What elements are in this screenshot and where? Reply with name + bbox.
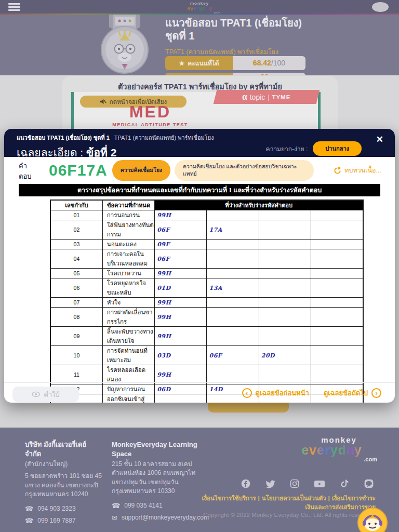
twitter-icon[interactable] — [265, 478, 275, 489]
email-icon: ✉ — [112, 513, 117, 523]
modal-exam-subtitle: TPAT1 (ความถนัดแพทย์) พาร์ทเชื่อมโยง — [114, 135, 214, 141]
row-text: การเจาะคอในบริเวณหลอดลม — [102, 249, 154, 269]
difficulty-badge: ปานกลาง — [313, 141, 362, 156]
table-caption: ตารางสรุปข้อความที่กำหนดและเลขที่กำกับบท… — [19, 184, 380, 196]
score-stat: ★ คะแนนที่ได้ 68.42/100 — [165, 56, 305, 70]
answer-cell: 06F — [155, 220, 207, 240]
footer: บริษัท มังกี้เอเวอรี่เดย์ จำกัด (สำนักงา… — [0, 428, 399, 532]
answer-cell — [259, 249, 311, 269]
table-row: 08 การผ่าตัดเลื่อนขากรรไกร 99H — [50, 308, 363, 327]
learning-space-address: 215 ชั้น 10 อาคารสยาม สเคป ตำแหน่งห้อง 1… — [112, 460, 199, 496]
answer-cell — [311, 298, 363, 308]
review-content-link[interactable]: ทบทวนเนื้อ... — [334, 165, 381, 176]
row-number: 01 — [50, 210, 102, 220]
app-logo[interactable]: monkey everyday .com — [179, 2, 220, 15]
answer-cell: 99H — [155, 327, 207, 346]
answer-value: 06F17A — [49, 162, 108, 179]
answer-cell — [311, 249, 363, 269]
learning-space-name: MonkeyEveryday Learning Space — [112, 440, 199, 458]
answer-cell — [259, 278, 311, 298]
privacy-link[interactable]: นโยบายความเป็นส่วนตัว — [262, 495, 326, 501]
email-link[interactable]: ✉ support@monkeyeveryday.com — [112, 513, 199, 523]
row-text: โรคหลอดเลือดสมอง — [102, 365, 154, 384]
table-row: 07 หัวใจ 99H — [50, 298, 363, 308]
row-number: 04 — [50, 249, 102, 269]
terms-link[interactable]: เงื่อนไขการใช้บริการ — [202, 495, 256, 501]
phone-link[interactable]: ☎ 099 169 7887 — [25, 516, 104, 526]
answer-table: เลขกำกับ ข้อความที่กำหนด ที่ว่างสำหรับร่… — [50, 200, 364, 403]
answer-cell — [311, 240, 363, 249]
footer-links: เงื่อนไขการใช้บริการ|นโยบายความเป็นส่วนต… — [194, 494, 376, 512]
course-section: ตัวอย่างคอร์ส TPAT1 พาร์ทเชื่อมโยง by คร… — [0, 75, 399, 129]
phone-icon: ☎ — [25, 504, 33, 514]
answer-cell: 99H — [155, 365, 207, 384]
answer-cell: 99H — [155, 269, 207, 278]
answer-cell: 99H — [155, 298, 207, 308]
phone-link[interactable]: ☎ 099 035 4141 — [112, 501, 199, 511]
tiktok-icon[interactable] — [339, 478, 350, 489]
answer-detail-modal: แนวข้อสอบ TPAT1 (เชื่อมโยง) ชุดที่ 1 TPA… — [4, 129, 395, 403]
instagram-icon[interactable] — [289, 478, 300, 489]
medal-icon — [100, 15, 150, 75]
menu-icon[interactable] — [8, 3, 20, 12]
answer-cell — [207, 249, 259, 269]
line-icon[interactable] — [364, 478, 374, 489]
answer-cell: 06F — [207, 346, 259, 365]
answer-cell — [259, 220, 311, 240]
row-text: โรคหยุดหายใจขณะหลับ — [102, 278, 154, 298]
exam-subtitle: TPAT1 (ความถนัดแพทย์) พาร์ทเชื่อมโยง — [165, 47, 278, 57]
row-text: โรคเบาหวาน — [102, 269, 154, 278]
answer-cell — [259, 210, 311, 220]
difficulty-label: ความยาก-ง่าย : — [266, 144, 308, 154]
row-text: การนอนกรน — [102, 210, 154, 220]
company-name: บริษัท มังกี้เอเวอรี่เดย์ จำกัด — [25, 440, 104, 458]
answer-cell: 06F — [155, 249, 207, 269]
phone-link[interactable]: ☎ 094 903 2323 — [25, 504, 104, 514]
avatar[interactable] — [372, 2, 389, 12]
answer-cell — [207, 240, 259, 249]
logo-word-everyday: everyday — [179, 6, 220, 11]
answer-cell: 01D — [155, 278, 207, 298]
alpha-logo: α — [242, 92, 247, 102]
facebook-icon[interactable] — [241, 478, 251, 489]
app-header: monkey everyday .com — [0, 0, 399, 14]
row-number: 05 — [50, 269, 102, 278]
prev-answer-button[interactable]: ‹ ดูเฉลยข้อก่อนหน้า — [242, 388, 309, 398]
row-text: หัวใจ — [102, 298, 154, 308]
table-row: 06 โรคหยุดหายใจขณะหลับ 01D 13A — [50, 278, 363, 298]
footer-logo: monkey everyday .com — [286, 436, 377, 462]
answer-cell — [207, 327, 259, 346]
chat-support-button[interactable] — [357, 508, 388, 532]
row-text: การจัดท่านอนที่เหมาะสม — [102, 346, 154, 365]
copyright: Copyright © 2022 Monkey Everyday Co., Lt… — [195, 511, 374, 519]
answer-cell — [259, 308, 311, 327]
modal-header: แนวข้อสอบ TPAT1 (เชื่อมโยง) ชุดที่ 1 TPA… — [4, 129, 395, 157]
next-answer-button[interactable]: ดูเฉลยข้อถัดไป › — [324, 388, 381, 398]
row-text: ปัญหาการนอน — [102, 384, 154, 394]
answer-cell — [311, 346, 363, 365]
close-icon[interactable]: ✕ — [376, 135, 383, 144]
answer-cell: 06D — [155, 384, 207, 394]
row-number: 09 — [50, 327, 102, 346]
med-logo: MED MEDICAL ADTITUDE TEST — [96, 103, 205, 127]
answer-cell — [259, 298, 311, 308]
star-icon: ★ — [179, 60, 184, 67]
hint-button[interactable]: คำใบ้ — [12, 387, 79, 402]
answer-cell: 05A — [155, 394, 207, 403]
table-row: 01 การนอนกรน 99H — [50, 210, 363, 220]
row-number: 07 — [50, 298, 102, 308]
answer-cell: 09F — [155, 240, 207, 249]
col-header-answer-space: ที่ว่างสำหรับร่างรหัสคำตอบ — [155, 200, 363, 210]
answer-row: คำตอบ 06F17A ความคิดเชื่อมโยง ความคิดเชื… — [4, 160, 395, 183]
chevron-right-icon: › — [371, 388, 381, 398]
medal-badge — [100, 15, 150, 77]
exam-title: แนวข้อสอบ TPAT1 (เชื่อมโยง) ชุดที่ 1 — [165, 17, 337, 43]
row-text: การผ่าตัดเลื่อนขากรรไกร — [102, 308, 154, 327]
course-video[interactable]: กดหน้าจอเพื่อเปิดเสียง α topic | TYME ME… — [71, 92, 321, 129]
row-number: 11 — [50, 365, 102, 384]
answer-cell — [311, 269, 363, 278]
youtube-icon[interactable] — [314, 478, 325, 489]
row-number: 02 — [50, 220, 102, 240]
detail-heading: เฉลยละเอียด : — [17, 147, 83, 158]
answer-table-body: 01 การนอนกรน 99H 02 ใส่ฟันยางทางทันตกรรม… — [50, 210, 363, 403]
